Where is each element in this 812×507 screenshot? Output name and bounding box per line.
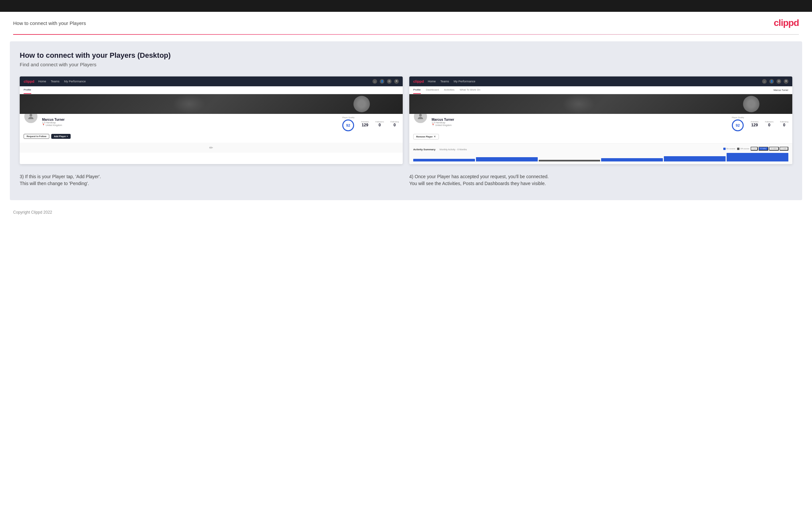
mock-nav-performance-1: My Performance <box>64 80 86 83</box>
mock-profile-info-1: Marcus Turner 1-5 Handicap 📍 United King… <box>42 116 338 126</box>
add-player-button[interactable]: Add Player + <box>51 134 70 139</box>
top-bar <box>0 0 812 12</box>
mock-tab-profile-1: Profile <box>23 86 31 94</box>
mock-player-name-2: Marcus Turner <box>432 118 728 121</box>
mock-nav-items-1: Home Teams My Performance <box>38 80 368 83</box>
mock-nav-1: clippd Home Teams My Performance ⌕ 👤 ⚙ ⚑ <box>20 76 403 86</box>
mock-stat-activities-2: Activities 129 <box>751 121 758 127</box>
mock-player-handicap-2: 1-5 Handicap <box>432 121 728 124</box>
mock-nav-icons-2: ⌕ 👤 ⚙ ⚑ <box>762 79 789 84</box>
mock-buttons-1: Request to Follow Add Player + <box>23 134 399 139</box>
mock-tab-whattoworkon-2: What To Work On <box>460 86 480 94</box>
page-title: How to connect with your Players (Deskto… <box>20 51 792 60</box>
mock-user-dropdown-2[interactable]: Marcus Turner <box>773 89 789 91</box>
mock-activity-controls: On course Off course 1 yr 6 mths 3 mths <box>723 147 789 151</box>
caption-4: 4) Once your Player has accepted your re… <box>409 173 792 187</box>
chart-bar-6 <box>726 153 789 161</box>
mock-stat-following-1: Following 0 <box>391 121 399 127</box>
mock-nav-performance-2: My Performance <box>454 80 475 83</box>
mock-logo-1: clippd <box>23 79 34 83</box>
mock-legend-off-course: Off course <box>737 148 749 150</box>
mock-profile-row-2: Marcus Turner 1-5 Handicap 📍 United King… <box>413 116 789 131</box>
mock-buttons-2: Remove Player ✕ <box>413 134 789 139</box>
mock-player-location-2: 📍 United Kingdom <box>432 124 728 126</box>
on-course-dot <box>723 148 726 150</box>
mock-player-name-1: Marcus Turner <box>42 118 338 121</box>
mock-tabs-2: Profile Dashboard Activities What To Wor… <box>409 86 792 94</box>
time-btn-3mths[interactable]: 3 mths <box>769 147 779 151</box>
main-content: How to connect with your Players (Deskto… <box>10 41 802 200</box>
copyright-text: Copyright Clippd 2022 <box>13 210 52 215</box>
mock-activity-header: Activity Summary Monthly Activity - 6 Mo… <box>413 146 789 152</box>
header: How to connect with your Players clippd <box>0 12 812 34</box>
mock-stat-followers-2: Followers 0 <box>765 121 773 127</box>
user-icon-2: 👤 <box>769 79 774 84</box>
screenshots-row: clippd Home Teams My Performance ⌕ 👤 ⚙ ⚑… <box>20 76 792 164</box>
mock-profile-content-1: Marcus Turner 1-5 Handicap 📍 United King… <box>20 114 403 143</box>
mock-player-location-1: 📍 United Kingdom <box>42 124 338 126</box>
mock-nav-teams-2: Teams <box>440 80 449 83</box>
captions-row: 3) If this is your Player tap, 'Add Play… <box>20 173 792 187</box>
mock-banner-1 <box>20 94 403 114</box>
svg-point-0 <box>30 114 32 116</box>
mock-profile-info-2: Marcus Turner 1-5 Handicap 📍 United King… <box>432 116 728 126</box>
off-course-dot <box>737 148 740 150</box>
mock-tabs-1: Profile <box>20 86 403 94</box>
mock-nav-home-1: Home <box>38 80 46 83</box>
clippd-logo: clippd <box>774 18 799 28</box>
chart-bar-4 <box>601 158 663 161</box>
flag-icon-1: ⚑ <box>394 79 399 84</box>
search-icon-1: ⌕ <box>372 79 377 84</box>
mock-nav-items-2: Home Teams My Performance <box>428 80 758 83</box>
user-icon-1: 👤 <box>380 79 384 84</box>
header-divider <box>13 34 799 35</box>
mock-nav-teams-1: Teams <box>51 80 59 83</box>
chart-bar-5 <box>664 156 726 161</box>
mock-stat-following-2: Following 0 <box>780 121 789 127</box>
remove-player-button[interactable]: Remove Player ✕ <box>413 134 439 139</box>
mock-activity-titles: Activity Summary Monthly Activity - 6 Mo… <box>413 146 467 152</box>
settings-icon-2: ⚙ <box>776 79 781 84</box>
mock-banner-2 <box>409 94 792 114</box>
page-breadcrumb: How to connect with your Players <box>13 20 86 26</box>
request-to-follow-button[interactable]: Request to Follow <box>23 134 49 139</box>
time-btn-1yr[interactable]: 1 yr <box>751 147 758 151</box>
location-pin-icon-1: 📍 <box>42 124 45 126</box>
mock-logo-2: clippd <box>413 79 424 83</box>
location-pin-icon-2: 📍 <box>432 124 435 126</box>
svg-point-1 <box>419 114 422 116</box>
mock-nav-icons-1: ⌕ 👤 ⚙ ⚑ <box>372 79 399 84</box>
mock-quality-circle-2: 92 <box>732 119 744 131</box>
mock-tab-dashboard-2: Dashboard <box>426 86 439 94</box>
page-subtitle: Find and connect with your Players <box>20 62 792 67</box>
mock-legend-on-course: On course <box>723 148 735 150</box>
time-btn-1mth[interactable]: 1 mth <box>779 147 789 151</box>
mock-nav-home-2: Home <box>428 80 436 83</box>
chart-bar-3 <box>539 160 601 161</box>
mock-profile-row-1: Marcus Turner 1-5 Handicap 📍 United King… <box>23 116 399 131</box>
chart-bar-2 <box>476 157 538 161</box>
mock-quality-label-1: Player Quality <box>342 116 354 118</box>
mock-profile-content-2: Marcus Turner 1-5 Handicap 📍 United King… <box>409 114 792 144</box>
mock-stats-row-2: Player Quality 92 Activities 129 Followe… <box>732 116 789 131</box>
mock-quality-wrap-1: Player Quality 92 <box>342 116 354 131</box>
mock-nav-2: clippd Home Teams My Performance ⌕ 👤 ⚙ ⚑ <box>409 76 792 86</box>
mock-legend: On course Off course <box>723 148 749 150</box>
footer: Copyright Clippd 2022 <box>0 207 812 218</box>
chart-bar-1 <box>413 159 475 161</box>
mock-quality-wrap-2: Player Quality 92 <box>732 116 744 131</box>
edit-icon-1: ✏ <box>209 145 213 150</box>
mock-stat-followers-1: Followers 0 <box>375 121 384 127</box>
caption-3: 3) If this is your Player tap, 'Add Play… <box>20 173 403 187</box>
mock-player-handicap-1: 1-5 Handicap <box>42 121 338 124</box>
screenshot-1: clippd Home Teams My Performance ⌕ 👤 ⚙ ⚑… <box>20 76 403 164</box>
mock-stats-row-1: Player Quality 92 Activities 129 Followe… <box>342 116 399 131</box>
time-btn-6mths[interactable]: 6 mths <box>758 147 768 151</box>
mock-quality-label-2: Player Quality <box>732 116 744 118</box>
mock-activity-section: Activity Summary Monthly Activity - 6 Mo… <box>409 144 792 164</box>
mock-edit-area-1: ✏ <box>20 143 403 153</box>
mock-tab-activities-2: Activities <box>444 86 455 94</box>
mock-tab-profile-2: Profile <box>413 86 421 94</box>
mock-stat-activities-1: Activities 129 <box>361 121 369 127</box>
settings-icon-1: ⚙ <box>387 79 392 84</box>
